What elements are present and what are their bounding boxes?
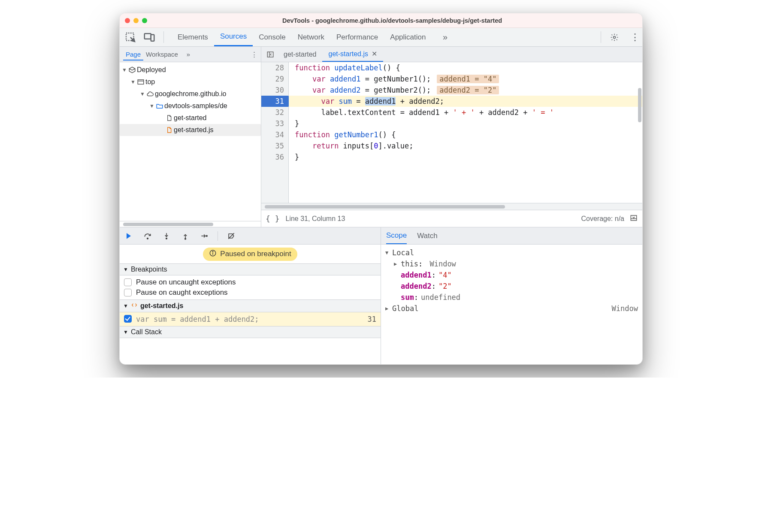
close-tab-icon[interactable]: ✕ bbox=[372, 50, 377, 58]
debugger-right-pane: ScopeWatch ▼Local ▶this: Window addend1:… bbox=[381, 227, 642, 364]
code-editor[interactable]: 282930313233343536 function updateLabel(… bbox=[261, 62, 642, 203]
top-tab-elements[interactable]: Elements bbox=[172, 28, 214, 46]
inspect-icon[interactable] bbox=[124, 28, 137, 46]
titlebar: DevTools - googlechrome.github.io/devtoo… bbox=[120, 13, 642, 28]
navigator-pane: PageWorkspace » ⋮ ▼ Deployed ▼ bbox=[120, 47, 261, 227]
inline-value-hint: addend1 = "4" bbox=[437, 75, 499, 83]
top-tabs-overflow[interactable]: » bbox=[438, 28, 452, 46]
step-into-button[interactable] bbox=[161, 230, 172, 242]
editor-pane: get-startedget-started.js✕ 2829303132333… bbox=[261, 47, 642, 227]
frame-icon bbox=[136, 78, 145, 86]
svg-point-10 bbox=[147, 238, 148, 239]
cloud-icon bbox=[145, 90, 155, 98]
minimize-window-button[interactable] bbox=[133, 18, 139, 23]
svg-point-13 bbox=[206, 235, 208, 236]
top-toolbar: ElementsSourcesConsoleNetworkPerformance… bbox=[120, 28, 642, 47]
top-tab-console[interactable]: Console bbox=[253, 28, 291, 46]
separator bbox=[218, 231, 218, 241]
breakpoints-header[interactable]: ▼ Breakpoints bbox=[120, 263, 381, 275]
svg-point-12 bbox=[185, 238, 186, 239]
svg-rect-2 bbox=[151, 34, 154, 41]
coverage-status: Coverage: n/a bbox=[581, 215, 624, 223]
editor-vertical-scrollbar[interactable] bbox=[638, 88, 641, 122]
tree-folder[interactable]: ▼ devtools-samples/de bbox=[120, 100, 261, 112]
window-controls bbox=[125, 18, 147, 23]
editor-tabs: get-startedget-started.js✕ bbox=[261, 47, 642, 62]
kebab-menu-icon[interactable]: ⋮ bbox=[628, 28, 642, 46]
top-tab-application[interactable]: Application bbox=[384, 28, 432, 46]
nav-tabs-overflow[interactable]: » bbox=[184, 49, 193, 60]
resume-button[interactable] bbox=[123, 230, 134, 242]
debugger-panel: Paused on breakpoint ▼ Breakpoints Pause… bbox=[120, 227, 642, 364]
zoom-window-button[interactable] bbox=[142, 18, 147, 23]
call-stack-header[interactable]: ▼ Call Stack bbox=[120, 326, 381, 338]
deployed-icon bbox=[127, 66, 137, 74]
window-title: DevTools - googlechrome.github.io/devtoo… bbox=[147, 17, 637, 24]
scope-variable[interactable]: sum: undefined bbox=[385, 292, 638, 303]
editor-tab[interactable]: get-started bbox=[278, 47, 322, 62]
editor-status-bar: { } Line 31, Column 13 Coverage: n/a bbox=[261, 210, 642, 227]
scope-variable[interactable]: addend1: "4" bbox=[385, 269, 638, 281]
separator bbox=[601, 31, 601, 43]
navigator-tabs: PageWorkspace » ⋮ bbox=[120, 47, 261, 62]
tree-top-frame[interactable]: ▼ top bbox=[120, 76, 261, 88]
script-file-icon bbox=[131, 302, 138, 310]
editor-horizontal-scrollbar[interactable] bbox=[261, 203, 642, 210]
debugger-left-pane: Paused on breakpoint ▼ Breakpoints Pause… bbox=[120, 227, 381, 364]
tree-file-js[interactable]: get-started.js bbox=[120, 124, 261, 136]
close-window-button[interactable] bbox=[125, 18, 130, 23]
top-tab-network[interactable]: Network bbox=[292, 28, 330, 46]
svg-rect-4 bbox=[138, 80, 144, 85]
debugger-toolbar bbox=[120, 227, 381, 245]
scope-watch-tabs: ScopeWatch bbox=[381, 227, 642, 245]
deactivate-breakpoints-button[interactable] bbox=[226, 230, 237, 242]
scope-tree[interactable]: ▼Local ▶this: Window addend1: "4"addend2… bbox=[381, 245, 642, 364]
pause-caught-checkbox[interactable]: Pause on caught exceptions bbox=[120, 287, 381, 298]
separator bbox=[163, 31, 164, 43]
step-over-button[interactable] bbox=[142, 230, 153, 242]
devtools-window: DevTools - googlechrome.github.io/devtoo… bbox=[119, 13, 643, 365]
file-tree[interactable]: ▼ Deployed ▼ top ▼ bbox=[120, 62, 261, 221]
paused-label: Paused on breakpoint bbox=[220, 250, 291, 258]
nav-tab-page[interactable]: Page bbox=[123, 49, 143, 60]
nav-tab-workspace[interactable]: Workspace bbox=[143, 49, 181, 60]
cursor-position: Line 31, Column 13 bbox=[286, 215, 345, 223]
breakpoint-enabled-checkbox[interactable] bbox=[124, 315, 132, 323]
svg-point-11 bbox=[166, 238, 167, 239]
inline-value-hint: addend2 = "2" bbox=[437, 86, 499, 94]
scope-tab-scope[interactable]: Scope bbox=[386, 227, 407, 244]
line-number-gutter[interactable]: 282930313233343536 bbox=[261, 62, 289, 203]
tree-file-html[interactable]: get-started bbox=[120, 112, 261, 124]
breakpoint-entry[interactable]: var sum = addend1 + addend2; 31 bbox=[120, 312, 381, 326]
toggle-navigator-icon[interactable] bbox=[264, 51, 277, 58]
nav-kebab-icon[interactable]: ⋮ bbox=[251, 51, 257, 58]
top-panel-tabs: ElementsSourcesConsoleNetworkPerformance… bbox=[172, 28, 432, 46]
step-button[interactable] bbox=[199, 230, 210, 242]
editor-tab[interactable]: get-started.js✕ bbox=[322, 47, 383, 62]
step-out-button[interactable] bbox=[180, 230, 191, 242]
sources-panel: PageWorkspace » ⋮ ▼ Deployed ▼ bbox=[120, 47, 642, 227]
device-toolbar-icon[interactable] bbox=[143, 28, 156, 46]
scope-variable[interactable]: addend2: "2" bbox=[385, 281, 638, 292]
svg-rect-1 bbox=[145, 33, 151, 39]
settings-gear-icon[interactable] bbox=[607, 28, 622, 46]
top-tab-performance[interactable]: Performance bbox=[330, 28, 384, 46]
script-icon bbox=[164, 126, 174, 134]
paused-banner: Paused on breakpoint bbox=[120, 245, 381, 263]
breakpoint-file-header[interactable]: ▼ get-started.js bbox=[120, 299, 381, 312]
nav-horizontal-scrollbar[interactable] bbox=[120, 221, 261, 227]
svg-point-3 bbox=[614, 36, 616, 38]
code-content[interactable]: function updateLabel() { var addend1 = g… bbox=[289, 62, 642, 203]
info-icon bbox=[209, 249, 217, 259]
scope-tab-watch[interactable]: Watch bbox=[417, 227, 438, 244]
tree-origin[interactable]: ▼ googlechrome.github.io bbox=[120, 88, 261, 100]
toggle-drawer-icon[interactable] bbox=[629, 214, 638, 224]
document-icon bbox=[164, 114, 174, 122]
pause-uncaught-checkbox[interactable]: Pause on uncaught exceptions bbox=[120, 277, 381, 287]
pretty-print-icon[interactable]: { } bbox=[266, 214, 280, 223]
tree-deployed[interactable]: ▼ Deployed bbox=[120, 64, 261, 76]
folder-icon bbox=[155, 102, 164, 110]
top-tab-sources[interactable]: Sources bbox=[214, 28, 253, 46]
svg-point-17 bbox=[213, 251, 214, 252]
